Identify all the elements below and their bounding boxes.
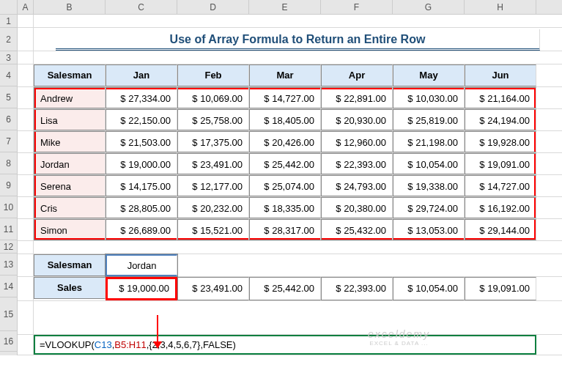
value-cell[interactable]: $ 25,758.00 xyxy=(177,109,249,130)
row-4[interactable]: 4 xyxy=(0,64,17,86)
result-cell-0[interactable]: $ 19,000.00 xyxy=(106,277,177,300)
lookup-salesman-label[interactable]: Salesman xyxy=(34,254,106,276)
value-cell[interactable]: $ 14,727.00 xyxy=(465,175,536,196)
value-cell[interactable]: $ 19,928.00 xyxy=(465,131,536,152)
value-cell[interactable]: $ 13,053.00 xyxy=(393,219,465,240)
table-header-row: Salesman Jan Feb Mar Apr May Jun xyxy=(18,64,562,87)
value-cell[interactable]: $ 19,338.00 xyxy=(393,175,465,196)
salesman-name[interactable]: Jordan xyxy=(34,153,106,174)
value-cell[interactable]: $ 19,000.00 xyxy=(106,153,177,174)
value-cell[interactable]: $ 12,177.00 xyxy=(177,175,249,196)
row-3[interactable]: 3 xyxy=(0,51,17,64)
table-row: Andrew$ 27,334.00$ 10,069.00$ 14,727.00$… xyxy=(18,87,562,109)
col-D[interactable]: D xyxy=(177,0,249,14)
col-A[interactable]: A xyxy=(18,0,34,14)
value-cell[interactable]: $ 29,144.00 xyxy=(465,219,536,240)
col-C[interactable]: C xyxy=(106,0,177,14)
value-cell[interactable]: $ 25,442.00 xyxy=(249,153,321,174)
value-cell[interactable]: $ 21,503.00 xyxy=(106,131,177,152)
row-12[interactable]: 12 xyxy=(0,240,17,254)
lookup-sales-label[interactable]: Sales xyxy=(34,277,106,299)
value-cell[interactable]: $ 26,689.00 xyxy=(106,219,177,240)
value-cell[interactable]: $ 20,930.00 xyxy=(321,109,393,130)
formula-arg1: C13 xyxy=(95,336,112,353)
value-cell[interactable]: $ 27,334.00 xyxy=(106,87,177,108)
value-cell[interactable]: $ 29,724.00 xyxy=(393,197,465,218)
header-salesman[interactable]: Salesman xyxy=(34,64,106,86)
value-cell[interactable]: $ 21,164.00 xyxy=(465,87,536,108)
header-apr[interactable]: Apr xyxy=(321,64,393,86)
salesman-name[interactable]: Serena xyxy=(34,175,106,196)
row-13[interactable]: 13 xyxy=(0,254,17,275)
value-cell[interactable]: $ 20,380.00 xyxy=(321,197,393,218)
row-16[interactable]: 16 xyxy=(0,331,17,352)
col-G[interactable]: G xyxy=(393,0,465,14)
value-cell[interactable]: $ 20,232.00 xyxy=(177,197,249,218)
header-jan[interactable]: Jan xyxy=(106,64,177,86)
value-cell[interactable]: $ 25,819.00 xyxy=(393,109,465,130)
value-cell[interactable]: $ 28,805.00 xyxy=(106,197,177,218)
table-row: Simon$ 26,689.00$ 15,521.00$ 28,317.00$ … xyxy=(18,219,562,241)
row-14[interactable]: 14 xyxy=(0,275,17,297)
lookup-row-1: Salesman Jordan xyxy=(18,254,562,277)
row-1[interactable]: 1 xyxy=(0,15,17,28)
lookup-row-2: Sales $ 19,000.00 $ 23,491.00 $ 25,442.0… xyxy=(18,277,562,301)
salesman-name[interactable]: Simon xyxy=(34,219,106,240)
spreadsheet-grid[interactable]: Use of Array Formula to Return an Entire… xyxy=(18,15,562,355)
col-E[interactable]: E xyxy=(249,0,321,14)
value-cell[interactable]: $ 14,727.00 xyxy=(249,87,321,108)
value-cell[interactable]: $ 17,375.00 xyxy=(177,131,249,152)
header-mar[interactable]: Mar xyxy=(249,64,321,86)
salesman-name[interactable]: Lisa xyxy=(34,109,106,130)
value-cell[interactable]: $ 18,405.00 xyxy=(249,109,321,130)
value-cell[interactable]: $ 23,491.00 xyxy=(177,153,249,174)
row-11[interactable]: 11 xyxy=(0,218,17,240)
value-cell[interactable]: $ 22,891.00 xyxy=(321,87,393,108)
result-cell-1[interactable]: $ 23,491.00 xyxy=(177,277,249,300)
value-cell[interactable]: $ 15,521.00 xyxy=(177,219,249,240)
result-cell-2[interactable]: $ 25,442.00 xyxy=(249,277,321,300)
value-cell[interactable]: $ 28,317.00 xyxy=(249,219,321,240)
value-cell[interactable]: $ 10,054.00 xyxy=(393,153,465,174)
row-2[interactable]: 2 xyxy=(0,28,17,51)
row-6[interactable]: 6 xyxy=(0,108,17,130)
header-may[interactable]: May xyxy=(393,64,465,86)
value-cell[interactable]: $ 25,432.00 xyxy=(321,219,393,240)
value-cell[interactable]: $ 25,074.00 xyxy=(249,175,321,196)
value-cell[interactable]: $ 19,091.00 xyxy=(465,153,536,174)
row-10[interactable]: 10 xyxy=(0,196,17,218)
table-row: Lisa$ 22,150.00$ 25,758.00$ 18,405.00$ 2… xyxy=(18,109,562,131)
salesman-name[interactable]: Andrew xyxy=(34,87,106,108)
formula-cell[interactable]: =VLOOKUP( C13 , B5:H11 , {2,3,4,5,6,7} ,… xyxy=(34,335,465,355)
row-8[interactable]: 8 xyxy=(0,152,17,174)
value-cell[interactable]: $ 14,175.00 xyxy=(106,175,177,196)
value-cell[interactable]: $ 16,192.00 xyxy=(465,197,536,218)
salesman-name[interactable]: Mike xyxy=(34,131,106,152)
value-cell[interactable]: $ 24,793.00 xyxy=(321,175,393,196)
salesman-name[interactable]: Cris xyxy=(34,197,106,218)
lookup-salesman-value[interactable]: Jordan xyxy=(106,254,177,276)
result-cell-5[interactable]: $ 19,091.00 xyxy=(465,277,536,300)
value-cell[interactable]: $ 22,150.00 xyxy=(106,109,177,130)
row-15[interactable]: 15 xyxy=(0,297,17,331)
col-F[interactable]: F xyxy=(321,0,393,14)
result-cell-3[interactable]: $ 22,393.00 xyxy=(321,277,393,300)
row-7[interactable]: 7 xyxy=(0,130,17,152)
header-jun[interactable]: Jun xyxy=(465,64,536,86)
table-row: Cris$ 28,805.00$ 20,232.00$ 18,335.00$ 2… xyxy=(18,197,562,219)
row-9[interactable]: 9 xyxy=(0,174,17,196)
header-feb[interactable]: Feb xyxy=(177,64,249,86)
value-cell[interactable]: $ 20,426.00 xyxy=(249,131,321,152)
value-cell[interactable]: $ 18,335.00 xyxy=(249,197,321,218)
value-cell[interactable]: $ 10,030.00 xyxy=(393,87,465,108)
result-cell-4[interactable]: $ 10,054.00 xyxy=(393,277,465,300)
col-H[interactable]: H xyxy=(465,0,536,14)
value-cell[interactable]: $ 10,069.00 xyxy=(177,87,249,108)
formula-arg4: FALSE xyxy=(203,336,232,353)
value-cell[interactable]: $ 12,960.00 xyxy=(321,131,393,152)
value-cell[interactable]: $ 22,393.00 xyxy=(321,153,393,174)
value-cell[interactable]: $ 21,198.00 xyxy=(393,131,465,152)
col-B[interactable]: B xyxy=(34,0,106,14)
row-5[interactable]: 5 xyxy=(0,86,17,108)
value-cell[interactable]: $ 24,194.00 xyxy=(465,109,536,130)
